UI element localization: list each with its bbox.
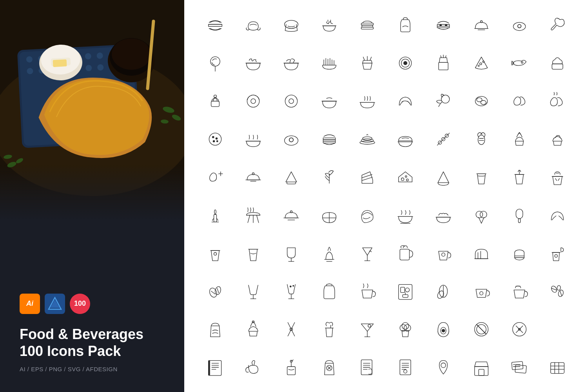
svg-line-113 bbox=[362, 177, 372, 181]
svg-point-68 bbox=[478, 65, 479, 66]
svg-point-53 bbox=[518, 25, 521, 27]
svg-point-162 bbox=[436, 290, 445, 299]
icon-ice-bucket bbox=[538, 158, 576, 196]
icon-bowl bbox=[310, 82, 348, 120]
icon-serving-cloche bbox=[234, 158, 272, 196]
svg-point-178 bbox=[404, 324, 410, 331]
svg-point-211 bbox=[441, 363, 445, 367]
icon-noodle-dish bbox=[424, 196, 462, 234]
svg-point-85 bbox=[216, 138, 217, 139]
icon-meat-plus bbox=[196, 158, 234, 196]
svg-point-86 bbox=[213, 140, 214, 142]
icon-pizza-slice bbox=[462, 44, 500, 82]
svg-rect-141 bbox=[514, 250, 524, 260]
icon-noodle-bowl bbox=[310, 6, 348, 44]
icon-cupcake-fancy bbox=[234, 310, 272, 348]
icon-herb-plant bbox=[310, 158, 348, 196]
svg-point-54 bbox=[210, 56, 220, 66]
svg-rect-39 bbox=[208, 24, 222, 26]
icon-eggs bbox=[500, 82, 538, 120]
icon-fried-egg bbox=[500, 6, 538, 44]
svg-point-181 bbox=[441, 329, 445, 332]
icon-coffee-cup2 bbox=[424, 234, 462, 272]
icon-sauce-bottle bbox=[310, 272, 348, 310]
icon-scattered-beans bbox=[538, 272, 576, 310]
icon-teapot bbox=[234, 348, 272, 386]
icon-coffee-bread bbox=[538, 234, 576, 272]
icon-empty bbox=[538, 310, 576, 348]
svg-rect-212 bbox=[474, 367, 488, 376]
icon-menu-book bbox=[196, 348, 234, 386]
svg-rect-187 bbox=[209, 360, 221, 375]
svg-point-82 bbox=[481, 100, 486, 104]
icon-bell-glass bbox=[310, 234, 348, 272]
icon-soup-bowl-steam bbox=[348, 82, 386, 120]
icon-hot-bowl-steam bbox=[234, 120, 272, 158]
svg-point-139 bbox=[441, 253, 445, 256]
icon-candle-fondue bbox=[196, 196, 234, 234]
icon-fried-egg2 bbox=[272, 120, 310, 158]
icon-cocktail bbox=[348, 234, 386, 272]
svg-point-168 bbox=[557, 285, 561, 290]
svg-point-103 bbox=[478, 135, 485, 144]
icon-pie-slice bbox=[272, 158, 310, 196]
svg-rect-36 bbox=[0, 165, 184, 220]
svg-point-46 bbox=[439, 24, 441, 26]
icon-taco2 bbox=[538, 196, 576, 234]
icon-donut bbox=[234, 82, 272, 120]
icon-crossed-utensils bbox=[272, 310, 310, 348]
svg-line-146 bbox=[211, 290, 215, 295]
icon-beer-mug bbox=[386, 234, 424, 272]
icon-coffee-machine bbox=[386, 272, 424, 310]
svg-point-84 bbox=[212, 136, 214, 138]
svg-rect-193 bbox=[287, 367, 295, 375]
icon-muffin bbox=[538, 44, 576, 82]
icon-burrito bbox=[348, 196, 386, 234]
svg-rect-158 bbox=[403, 294, 408, 297]
svg-rect-44 bbox=[437, 24, 449, 26]
svg-point-75 bbox=[285, 95, 297, 107]
icon-tea-bag bbox=[272, 348, 310, 386]
svg-point-209 bbox=[403, 370, 407, 373]
svg-rect-42 bbox=[362, 25, 373, 27]
svg-point-176 bbox=[368, 324, 370, 327]
icon-drink-cup bbox=[234, 234, 272, 272]
icon-cookie bbox=[196, 120, 234, 158]
icon-avocado bbox=[424, 310, 462, 348]
info-area: Ai 100 Food & Beverages 100 Icons Pack A… bbox=[0, 220, 184, 392]
svg-point-127 bbox=[476, 211, 483, 218]
icon-martini bbox=[348, 310, 386, 348]
icon-champagne-glasses2 bbox=[272, 272, 310, 310]
icon-coffee-takeaway bbox=[196, 234, 234, 272]
svg-point-69 bbox=[521, 62, 523, 63]
icon-tea-cup bbox=[348, 272, 386, 310]
svg-point-47 bbox=[445, 24, 446, 26]
icon-burger-stack bbox=[310, 120, 348, 158]
svg-point-131 bbox=[214, 252, 216, 255]
icon-hotdog bbox=[234, 6, 272, 44]
icon-taco bbox=[386, 82, 424, 120]
icon-donut2 bbox=[272, 82, 310, 120]
icon-skewers bbox=[424, 120, 462, 158]
icon-paper-cup bbox=[462, 158, 500, 196]
affinity-designer-badge bbox=[45, 294, 65, 314]
svg-rect-43 bbox=[361, 23, 373, 25]
svg-point-116 bbox=[405, 176, 407, 177]
svg-rect-213 bbox=[479, 369, 484, 376]
svg-rect-41 bbox=[361, 27, 373, 29]
svg-point-79 bbox=[441, 95, 449, 103]
svg-rect-71 bbox=[211, 101, 219, 107]
svg-point-179 bbox=[402, 322, 408, 329]
icon-coffee-bag bbox=[310, 348, 348, 386]
icon-ice-cream bbox=[462, 196, 500, 234]
pack-title: Food & Beverages 100 Icons Pack bbox=[20, 326, 165, 359]
svg-point-163 bbox=[479, 291, 483, 295]
icon-fries-box bbox=[424, 44, 462, 82]
icon-bread-loaf bbox=[462, 234, 500, 272]
svg-point-153 bbox=[290, 286, 291, 287]
svg-rect-62 bbox=[438, 62, 448, 70]
icon-pie-whole bbox=[310, 196, 348, 234]
icon-wrap-sandwich bbox=[272, 6, 310, 44]
icon-burger2 bbox=[424, 6, 462, 44]
icon-pancakes bbox=[348, 120, 386, 158]
